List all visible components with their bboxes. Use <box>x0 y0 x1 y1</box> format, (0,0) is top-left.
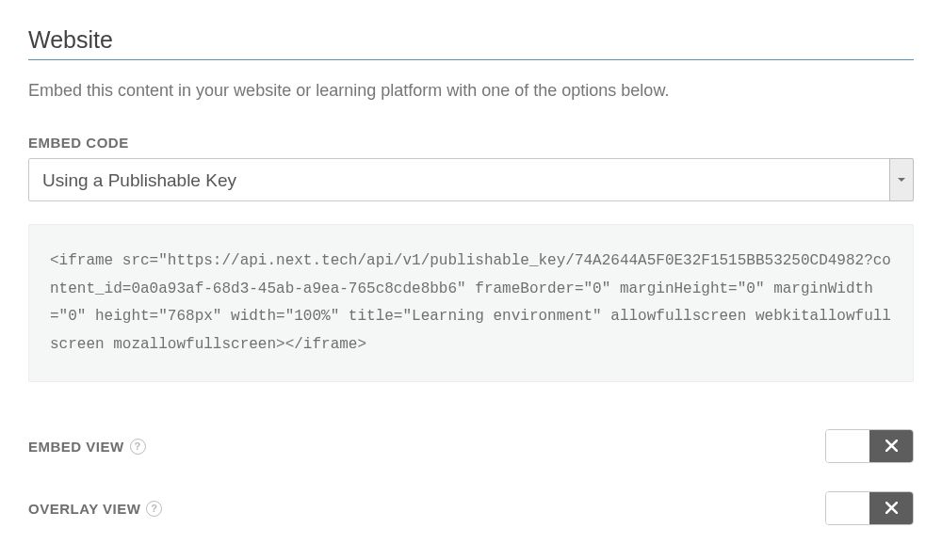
overlay-view-label-wrap: OVERLAY VIEW ? <box>28 501 162 517</box>
embed-view-label-wrap: EMBED VIEW ? <box>28 439 146 455</box>
help-icon[interactable]: ? <box>146 501 162 517</box>
toggle-off-segment[interactable] <box>869 430 913 462</box>
embed-view-row: EMBED VIEW ? <box>28 429 914 463</box>
embed-code-snippet[interactable]: <iframe src="https://api.next.tech/api/v… <box>28 224 914 382</box>
section-description: Embed this content in your website or le… <box>28 81 914 101</box>
help-icon[interactable]: ? <box>130 439 146 455</box>
close-icon <box>885 439 898 455</box>
toggle-on-segment[interactable] <box>826 430 869 462</box>
close-icon <box>885 501 898 517</box>
toggle-off-segment[interactable] <box>869 492 913 524</box>
embed-view-toggle[interactable] <box>825 429 914 463</box>
embed-code-select-wrap: Using a Publishable Key <box>28 158 914 201</box>
overlay-view-row: OVERLAY VIEW ? <box>28 491 914 525</box>
embed-code-label: EMBED CODE <box>28 135 914 151</box>
toggle-on-segment[interactable] <box>826 492 869 524</box>
overlay-view-toggle[interactable] <box>825 491 914 525</box>
section-title: Website <box>28 26 914 60</box>
embed-view-label: EMBED VIEW <box>28 439 124 455</box>
embed-code-select[interactable]: Using a Publishable Key <box>28 158 914 201</box>
overlay-view-label: OVERLAY VIEW <box>28 501 140 517</box>
